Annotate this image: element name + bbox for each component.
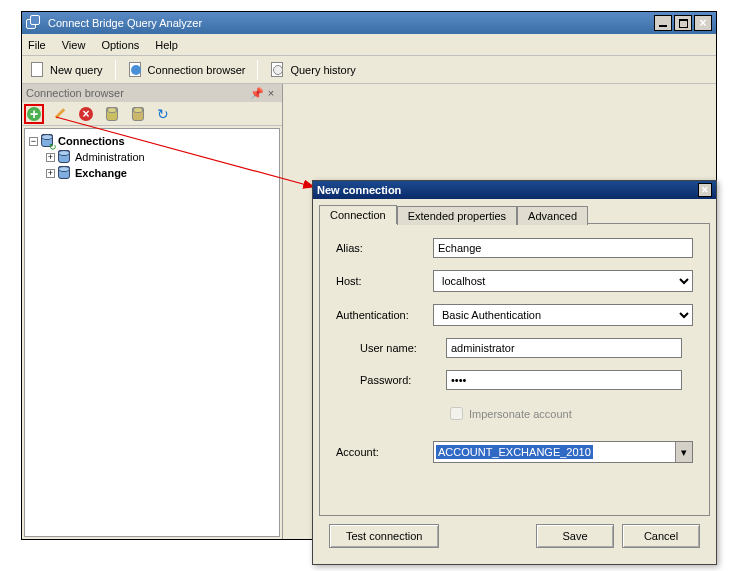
account-label: Account:: [336, 446, 433, 458]
titlebar: Connect Bridge Query Analyzer ×: [22, 12, 716, 34]
connection-browser-button[interactable]: Connection browser: [124, 60, 250, 80]
globe-icon: [128, 62, 144, 78]
main-toolbar: New query Connection browser Query histo…: [22, 56, 716, 84]
menu-view[interactable]: View: [62, 39, 86, 51]
plus-icon: +: [27, 107, 41, 121]
refresh-icon: ↻: [157, 107, 171, 121]
edit-connection-button[interactable]: [50, 104, 70, 124]
refresh-button[interactable]: ↻: [154, 104, 174, 124]
impersonate-checkbox: [450, 407, 463, 420]
user-label: User name:: [360, 342, 446, 354]
tab-connection[interactable]: Connection: [319, 205, 397, 224]
document-icon: [30, 62, 46, 78]
connection-browser-label: Connection browser: [148, 64, 246, 76]
menu-file[interactable]: File: [28, 39, 46, 51]
connection-tree[interactable]: − ↻ Connections + Administration + Excha…: [24, 128, 280, 537]
close-button[interactable]: ×: [694, 15, 712, 31]
account-value: ACCOUNT_EXCHANGE_2010: [436, 445, 593, 459]
host-select[interactable]: localhost: [433, 270, 693, 292]
tab-extended[interactable]: Extended properties: [397, 206, 517, 225]
database-icon: ↻: [41, 134, 55, 148]
app-icon: [26, 15, 42, 31]
panel-close-button[interactable]: ×: [264, 87, 278, 99]
account-select[interactable]: ACCOUNT_EXCHANGE_2010 ▾: [433, 441, 693, 463]
pin-icon[interactable]: 📌: [250, 87, 264, 100]
connection-tab-pane: Alias: Host: localhost Authentication: B…: [319, 223, 710, 516]
delete-connection-button[interactable]: ×: [76, 104, 96, 124]
panel-title: Connection browser: [26, 87, 250, 99]
database-icon: [132, 107, 144, 121]
tree-root-label: Connections: [58, 135, 125, 147]
database-icon: [106, 107, 118, 121]
tree-root[interactable]: − ↻ Connections: [29, 133, 275, 149]
tree-item-label: Exchange: [75, 167, 127, 179]
connection-browser-panel: Connection browser 📌 × + × ↻ − ↻ Connect…: [22, 84, 283, 539]
save-button[interactable]: Save: [536, 524, 614, 548]
tree-item[interactable]: + Exchange: [29, 165, 275, 181]
cancel-button[interactable]: Cancel: [622, 524, 700, 548]
menubar: File View Options Help: [22, 34, 716, 56]
tab-advanced[interactable]: Advanced: [517, 206, 588, 225]
x-icon: ×: [79, 107, 93, 121]
database2-button[interactable]: [128, 104, 148, 124]
new-query-label: New query: [50, 64, 103, 76]
username-input[interactable]: [446, 338, 682, 358]
tree-item-label: Administration: [75, 151, 145, 163]
menu-help[interactable]: Help: [155, 39, 178, 51]
maximize-button[interactable]: [674, 15, 692, 31]
alias-input[interactable]: [433, 238, 693, 258]
add-connection-button[interactable]: +: [24, 104, 44, 124]
panel-header: Connection browser 📌 ×: [22, 84, 282, 102]
dialog-titlebar: New connection ✕: [313, 181, 716, 199]
window-title: Connect Bridge Query Analyzer: [46, 17, 652, 29]
database-button[interactable]: [102, 104, 122, 124]
collapse-icon[interactable]: −: [29, 137, 38, 146]
pencil-icon: [53, 107, 67, 121]
alias-label: Alias:: [336, 242, 433, 254]
minimize-button[interactable]: [654, 15, 672, 31]
query-history-label: Query history: [290, 64, 355, 76]
tab-strip: Connection Extended properties Advanced: [319, 205, 710, 224]
new-connection-dialog: New connection ✕ Connection Extended pro…: [312, 180, 717, 565]
database-icon: [58, 150, 72, 164]
database-icon: [58, 166, 72, 180]
impersonate-label: Impersonate account: [469, 408, 572, 420]
dialog-title: New connection: [317, 184, 698, 196]
chevron-down-icon: ▾: [675, 442, 692, 462]
auth-label: Authentication:: [336, 309, 433, 321]
auth-select[interactable]: Basic Authentication: [433, 304, 693, 326]
new-query-button[interactable]: New query: [26, 60, 107, 80]
test-connection-button[interactable]: Test connection: [329, 524, 439, 548]
expand-icon[interactable]: +: [46, 153, 55, 162]
query-history-button[interactable]: Query history: [266, 60, 359, 80]
menu-options[interactable]: Options: [101, 39, 139, 51]
host-label: Host:: [336, 275, 433, 287]
password-input[interactable]: [446, 370, 682, 390]
panel-toolbar: + × ↻: [22, 102, 282, 126]
dialog-close-button[interactable]: ✕: [698, 183, 712, 197]
tree-item[interactable]: + Administration: [29, 149, 275, 165]
history-icon: [270, 62, 286, 78]
expand-icon[interactable]: +: [46, 169, 55, 178]
pass-label: Password:: [360, 374, 446, 386]
